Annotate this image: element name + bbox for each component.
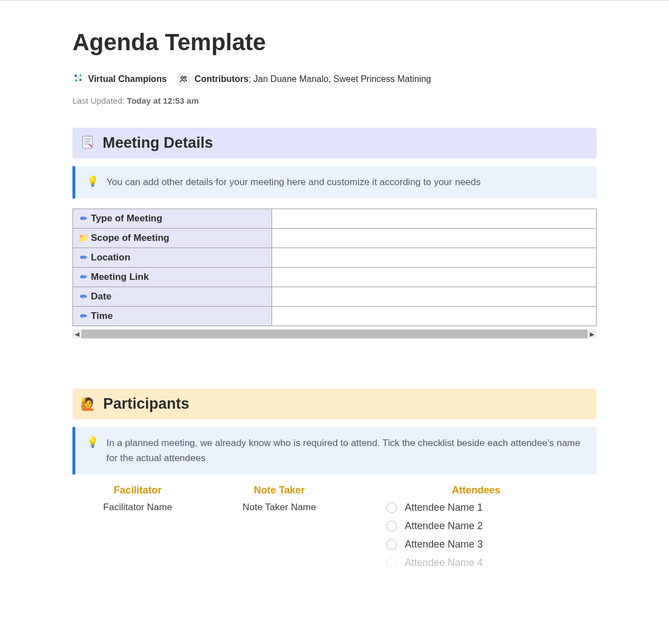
svg-point-4	[77, 77, 79, 78]
contributors-chip[interactable]: Contributors; Jan Duane Manalo, Sweet Pr…	[177, 72, 431, 86]
detail-label-cell[interactable]: ✏Location	[73, 248, 272, 268]
detail-label-cell[interactable]: ✏Meeting Link	[73, 268, 272, 287]
attendees-label: Attendees	[356, 485, 597, 496]
pencil-icon: ✏	[79, 272, 89, 282]
folder-icon: 📁	[79, 233, 89, 243]
meta-row: Virtual Champions Contributors; Jan Duan…	[72, 72, 597, 86]
scroll-right-icon[interactable]: ▶	[588, 330, 597, 338]
scroll-left-icon[interactable]: ◀	[72, 330, 81, 338]
pencil-icon: ✏	[79, 311, 89, 321]
notetaker-label: Note Taker	[214, 485, 345, 496]
detail-value-cell[interactable]	[272, 248, 596, 268]
pencil-icon: ✏	[79, 253, 89, 263]
detail-value-cell[interactable]	[272, 229, 596, 248]
svg-point-2	[75, 79, 77, 81]
scroll-thumb[interactable]	[81, 330, 588, 338]
detail-value-cell[interactable]	[272, 268, 596, 287]
detail-label-text: Type of Meeting	[91, 213, 162, 224]
detail-label-cell[interactable]: 📁Scope of Meeting	[73, 229, 272, 248]
attendee-item[interactable]: Attendee Name 4	[386, 557, 597, 569]
svg-point-1	[80, 74, 81, 76]
meeting-details-callout-text: You can add other details for your meeti…	[106, 175, 481, 190]
detail-label-cell[interactable]: ✏Time	[73, 307, 272, 326]
contributors-names: Jan Duane Manalo, Sweet Princess Matinin…	[254, 74, 431, 84]
memo-icon	[80, 135, 95, 152]
lightbulb-icon: 💡	[86, 175, 99, 187]
detail-value-cell[interactable]	[272, 287, 596, 307]
detail-label-text: Time	[91, 311, 113, 321]
last-updated-label: Last Updated:	[72, 96, 124, 105]
table-row: ✏Meeting Link	[73, 268, 597, 287]
meeting-details-heading: Meeting Details	[103, 134, 213, 152]
lightbulb-icon: 💡	[86, 436, 99, 448]
participants-header: 🙋 Participants	[72, 389, 597, 419]
horizontal-scrollbar[interactable]: ◀ ▶	[72, 330, 597, 338]
attendee-name: Attendee Name 1	[405, 502, 483, 514]
attendee-item[interactable]: Attendee Name 3	[386, 539, 597, 550]
table-row: 📁Scope of Meeting	[73, 229, 597, 248]
pencil-icon: ✏	[79, 214, 89, 224]
notetaker-name[interactable]: Note Taker Name	[214, 502, 345, 513]
people-icon	[177, 72, 190, 86]
facilitator-label: Facilitator	[72, 485, 203, 496]
attendee-name: Attendee Name 4	[405, 557, 483, 569]
detail-label-text: Meeting Link	[91, 272, 149, 282]
table-row: ✏Location	[73, 248, 597, 268]
svg-point-0	[75, 75, 77, 78]
svg-point-6	[185, 76, 186, 78]
last-updated-value: Today at 12:53 am	[127, 96, 199, 105]
team-chip[interactable]: Virtual Champions	[72, 72, 167, 86]
notetaker-column: Note Taker Note Taker Name	[214, 485, 345, 575]
svg-point-3	[79, 79, 81, 81]
person-raising-hand-icon: 🙋	[80, 397, 95, 411]
table-row: ✏Date	[73, 287, 597, 307]
table-row: ✏Type of Meeting	[73, 209, 597, 229]
detail-label-cell[interactable]: ✏Type of Meeting	[73, 209, 272, 229]
contributors-label: Contributors	[195, 74, 249, 84]
detail-label-cell[interactable]: ✏Date	[73, 287, 272, 307]
detail-label-text: Date	[91, 291, 112, 302]
team-logo-icon	[72, 72, 84, 86]
svg-point-5	[181, 76, 183, 79]
facilitator-name[interactable]: Facilitator Name	[72, 502, 203, 513]
participants-callout-text: In a planned meeting, we already know wh…	[106, 436, 585, 466]
meeting-details-callout: 💡 You can add other details for your mee…	[72, 166, 597, 198]
attendee-item[interactable]: Attendee Name 1	[386, 502, 597, 514]
detail-label-text: Scope of Meeting	[91, 233, 169, 243]
attendee-name: Attendee Name 3	[405, 539, 483, 550]
attendee-checkbox[interactable]	[386, 502, 397, 513]
team-name: Virtual Champions	[88, 74, 167, 84]
last-updated: Last Updated: Today at 12:53 am	[72, 96, 597, 105]
attendee-checkbox[interactable]	[386, 521, 397, 531]
meeting-details-table: ✏Type of Meeting📁Scope of Meeting✏Locati…	[72, 209, 597, 326]
pencil-icon: ✏	[79, 292, 89, 302]
participants-callout: 💡 In a planned meeting, we already know …	[72, 427, 597, 474]
attendee-list: Attendee Name 1Attendee Name 2Attendee N…	[356, 502, 597, 569]
facilitator-column: Facilitator Facilitator Name	[72, 485, 203, 575]
attendee-checkbox[interactable]	[386, 558, 397, 568]
detail-value-cell[interactable]	[272, 209, 596, 229]
attendee-name: Attendee Name 2	[405, 520, 483, 532]
detail-value-cell[interactable]	[272, 307, 596, 326]
attendees-column: Attendees Attendee Name 1Attendee Name 2…	[356, 485, 597, 575]
attendee-checkbox[interactable]	[386, 539, 397, 550]
participants-heading: Participants	[103, 395, 190, 413]
attendee-item[interactable]: Attendee Name 2	[386, 520, 597, 532]
table-row: ✏Time	[73, 307, 597, 326]
participants-grid: Facilitator Facilitator Name Note Taker …	[72, 485, 597, 575]
page-title: Agenda Template	[72, 29, 597, 56]
meeting-details-header: Meeting Details	[72, 128, 597, 158]
detail-label-text: Location	[91, 252, 130, 263]
